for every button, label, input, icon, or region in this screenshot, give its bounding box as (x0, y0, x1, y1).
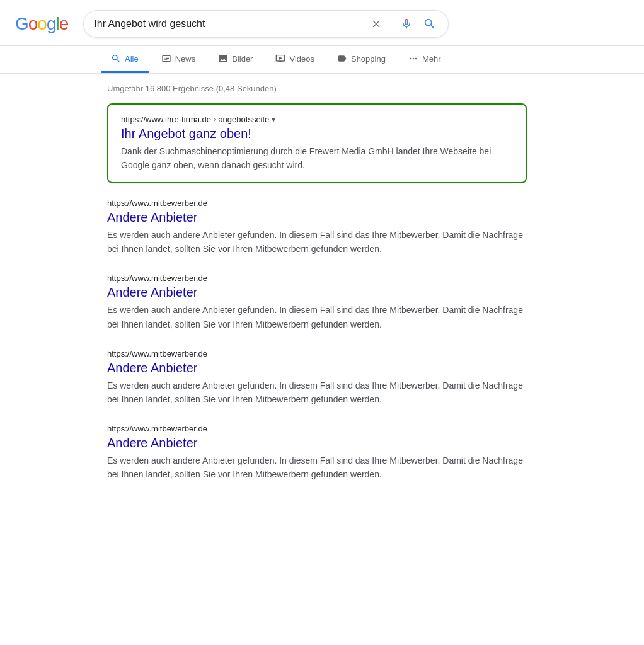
dropdown-arrow[interactable]: ▾ (272, 115, 275, 124)
result-item-2: https://www.mitbewerber.de Andere Anbiet… (107, 273, 527, 331)
featured-result: https://www.ihre-firma.de › angebotsseit… (107, 103, 527, 183)
tab-news-label: News (175, 54, 196, 64)
result-description-1: Es werden auch andere Anbieter gefunden.… (107, 228, 527, 256)
bilder-tab-icon (218, 54, 228, 64)
result-url-1: https://www.mitbewerber.de (107, 198, 527, 208)
featured-title[interactable]: Ihr Angebot ganz oben! (121, 125, 513, 142)
nav-tabs: Alle News Bilder Videos Shop (0, 46, 644, 74)
result-url-4: https://www.mitbewerber.de (107, 424, 527, 433)
logo-o2: o (37, 14, 47, 34)
url-arrow: › (214, 116, 216, 123)
result-title-4[interactable]: Andere Anbieter (107, 435, 527, 451)
result-title-1[interactable]: Andere Anbieter (107, 209, 527, 225)
search-bar (83, 10, 449, 38)
videos-tab-icon (275, 54, 285, 64)
divider (391, 16, 391, 31)
mic-icon (400, 18, 413, 30)
search-button[interactable] (422, 16, 438, 32)
news-tab-icon (161, 54, 171, 64)
logo-o1: o (28, 14, 38, 34)
tab-mehr-label: Mehr (422, 54, 441, 64)
search-icon (423, 17, 437, 31)
tab-alle-label: Alle (125, 54, 139, 64)
logo-g: G (15, 14, 28, 34)
results-stats: Umgefähr 16.800 Ergebnisse (0,48 Sekunde… (107, 84, 527, 93)
result-url-2: https://www.mitbewerber.de (107, 273, 527, 283)
search-tab-icon (111, 54, 121, 64)
result-item-4: https://www.mitbewerber.de Andere Anbiet… (107, 424, 527, 481)
mehr-tab-icon (408, 54, 418, 64)
shopping-tab-icon (337, 54, 347, 64)
tab-news[interactable]: News (151, 46, 206, 73)
voice-search-button[interactable] (399, 16, 414, 31)
logo-g2: g (47, 14, 56, 34)
featured-url: https://www.ihre-firma.de › angebotsseit… (121, 115, 513, 124)
result-description-2: Es werden auch andere Anbieter gefunden.… (107, 303, 527, 331)
tab-shopping[interactable]: Shopping (327, 46, 396, 73)
search-input[interactable] (94, 18, 364, 30)
featured-description: Dank der Suchmaschinenoptimierung durch … (121, 144, 513, 172)
tab-bilder-label: Bilder (232, 54, 253, 64)
tab-videos[interactable]: Videos (265, 46, 325, 73)
result-item-1: https://www.mitbewerber.de Andere Anbiet… (107, 198, 527, 256)
result-item-3: https://www.mitbewerber.de Andere Anbiet… (107, 349, 527, 406)
tab-shopping-label: Shopping (351, 54, 386, 64)
logo-e: e (59, 14, 69, 34)
clear-button[interactable] (369, 17, 383, 31)
tab-videos-label: Videos (289, 54, 314, 64)
result-description-3: Es werden auch andere Anbieter gefunden.… (107, 379, 527, 406)
result-url-3: https://www.mitbewerber.de (107, 349, 527, 358)
tab-mehr[interactable]: Mehr (398, 46, 451, 73)
result-description-4: Es werden auch andere Anbieter gefunden.… (107, 454, 527, 481)
result-title-2[interactable]: Andere Anbieter (107, 284, 527, 300)
result-title-3[interactable]: Andere Anbieter (107, 360, 527, 376)
close-icon (371, 18, 382, 30)
tab-bilder[interactable]: Bilder (208, 46, 263, 73)
tab-alle[interactable]: Alle (101, 46, 149, 73)
header: Google (0, 0, 644, 46)
google-logo: Google (15, 14, 68, 34)
search-bar-icons (369, 16, 438, 32)
results-area: Umgefähr 16.800 Ergebnisse (0,48 Sekunde… (0, 74, 542, 509)
